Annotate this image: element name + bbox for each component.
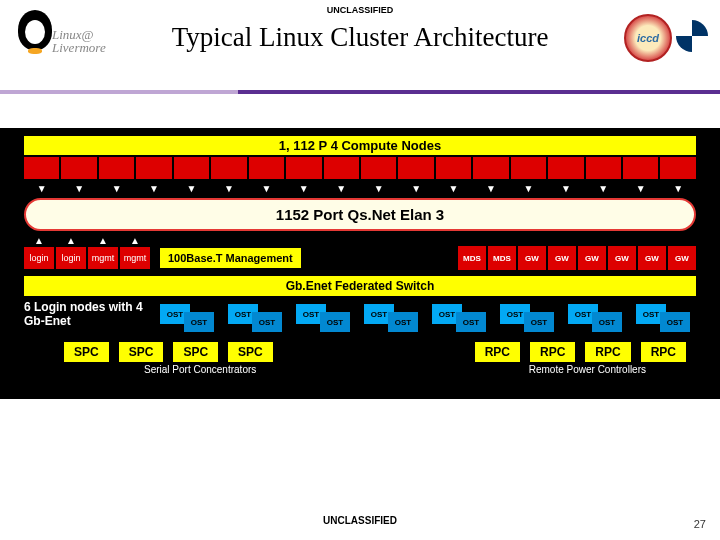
cluster-diagram: 1, 112 P 4 Compute Nodes ▼▼▼▼▼▼▼▼▼▼▼▼▼▼▼…	[0, 128, 720, 399]
ost-node: OST	[592, 312, 622, 332]
connector-icon: ▼	[548, 183, 583, 194]
connector-icon: ▼	[361, 183, 396, 194]
spc-unit: SPC	[64, 342, 109, 362]
connector-icon: ▼	[660, 183, 695, 194]
ost-node: OST	[252, 312, 282, 332]
compute-node	[211, 157, 246, 179]
ost-node: OST	[524, 312, 554, 332]
compute-connectors: ▼▼▼▼▼▼▼▼▼▼▼▼▼▼▼▼▼▼	[24, 183, 696, 194]
compute-node	[61, 157, 96, 179]
compute-node	[660, 157, 695, 179]
connector-icon: ▼	[174, 183, 209, 194]
classification-top: UNCLASSIFIED	[0, 5, 720, 15]
spc-unit: SPC	[173, 342, 218, 362]
ost-node: OST	[456, 312, 486, 332]
fabric-switch: 1152 Port Qs.Net Elan 3	[24, 198, 696, 231]
compute-node	[548, 157, 583, 179]
login-note: 6 Login nodes with 4 Gb-Enet	[24, 300, 154, 328]
service-nodes: MDSMDSGWGWGWGWGWGW	[458, 246, 696, 270]
rpc-unit: RPC	[475, 342, 520, 362]
connector-icon: ▲	[120, 235, 150, 246]
rpc-unit: RPC	[641, 342, 686, 362]
login-node: mgmt	[88, 247, 118, 269]
connector-icon: ▲	[88, 235, 118, 246]
caption-row: Serial Port Concentrators Remote Power C…	[24, 364, 696, 375]
compute-node	[361, 157, 396, 179]
header-divider	[0, 90, 720, 94]
connector-icon: ▲	[24, 235, 54, 246]
bottom-controllers: SPCSPCSPCSPC RPCRPCRPCRPC	[24, 342, 696, 362]
login-nodes: loginloginmgmtmgmt	[24, 247, 150, 269]
classification-bottom: UNCLASSIFIED	[0, 515, 720, 526]
rpc-row: RPCRPCRPCRPC	[475, 342, 686, 362]
compute-node	[174, 157, 209, 179]
compute-node	[623, 157, 658, 179]
spc-caption: Serial Port Concentrators	[144, 364, 256, 375]
compute-node	[99, 157, 134, 179]
gw-node: GW	[578, 246, 606, 270]
compute-node	[586, 157, 621, 179]
connector-icon: ▲	[56, 235, 86, 246]
rpc-unit: RPC	[585, 342, 630, 362]
compute-node	[511, 157, 546, 179]
compute-node	[24, 157, 59, 179]
connector-icon: ▼	[99, 183, 134, 194]
gw-node: GW	[638, 246, 666, 270]
mid-row: 6 Login nodes with 4 Gb-Enet OSTOSTOSTOS…	[24, 300, 696, 328]
iccd-seal-icon: iccd	[624, 14, 672, 62]
page-number: 27	[694, 518, 706, 530]
compute-node-row	[24, 157, 696, 179]
slide-header: UNCLASSIFIED Linux@ Livermore Typical Li…	[0, 0, 720, 72]
login-node: login	[56, 247, 86, 269]
gw-node: GW	[548, 246, 576, 270]
connector-icon: ▼	[249, 183, 284, 194]
connector-icon: ▼	[324, 183, 359, 194]
connector-icon: ▼	[398, 183, 433, 194]
ost-node: OST	[184, 312, 214, 332]
spc-unit: SPC	[228, 342, 273, 362]
connector-icon: ▼	[623, 183, 658, 194]
compute-header: 1, 112 P 4 Compute Nodes	[24, 136, 696, 155]
gw-node: GW	[608, 246, 636, 270]
connector-icon: ▼	[436, 183, 471, 194]
rpc-caption: Remote Power Controllers	[529, 364, 646, 375]
compute-node	[398, 157, 433, 179]
connector-icon: ▼	[511, 183, 546, 194]
login-node: login	[24, 247, 54, 269]
compute-node	[473, 157, 508, 179]
login-connectors: ▲ ▲ ▲ ▲	[24, 235, 696, 246]
gw-node: GW	[518, 246, 546, 270]
compute-node	[436, 157, 471, 179]
spc-unit: SPC	[119, 342, 164, 362]
ost-node: OST	[660, 312, 690, 332]
mgmt-network-band: 100Base.T Management	[160, 248, 301, 268]
ost-node: OST	[388, 312, 418, 332]
connector-icon: ▼	[473, 183, 508, 194]
ost-node: OST	[320, 312, 350, 332]
compute-node	[136, 157, 171, 179]
page-title: Typical Linux Cluster Architecture	[0, 22, 720, 53]
spc-row: SPCSPCSPCSPC	[64, 342, 273, 362]
mds-node: MDS	[488, 246, 516, 270]
connector-icon: ▼	[136, 183, 171, 194]
ost-nodes: OSTOSTOSTOSTOSTOSTOSTOSTOSTOSTOSTOSTOSTO…	[160, 304, 696, 324]
mds-node: MDS	[458, 246, 486, 270]
connector-icon: ▼	[61, 183, 96, 194]
connector-icon: ▼	[286, 183, 321, 194]
federated-switch: Gb.Enet Federated Switch	[24, 276, 696, 296]
connector-icon: ▼	[211, 183, 246, 194]
rpc-unit: RPC	[530, 342, 575, 362]
login-node: mgmt	[120, 247, 150, 269]
connector-icon: ▼	[24, 183, 59, 194]
gw-node: GW	[668, 246, 696, 270]
compute-node	[286, 157, 321, 179]
login-mgmt-row: loginloginmgmtmgmt 100Base.T Management …	[24, 246, 696, 270]
connector-icon: ▼	[586, 183, 621, 194]
compute-node	[324, 157, 359, 179]
compute-node	[249, 157, 284, 179]
llnl-logo-icon	[676, 20, 708, 52]
